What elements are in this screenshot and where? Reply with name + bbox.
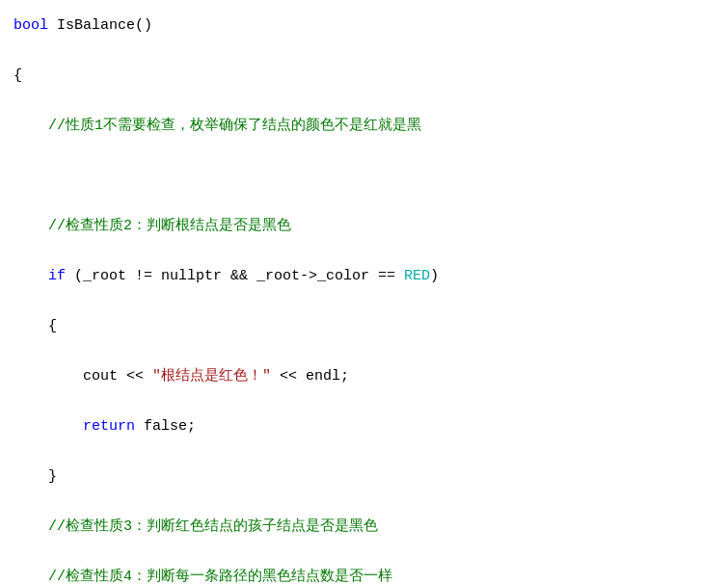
func-name: IsBalance xyxy=(57,17,135,34)
code-line: //检查性质3：判断红色结点的孩子结点是否是黑色 xyxy=(13,515,718,540)
code-line: if (_root != nullptr && _root->_color ==… xyxy=(13,264,718,289)
rparen: ) xyxy=(430,268,439,284)
code-line-empty xyxy=(13,164,718,189)
return-false: false; xyxy=(135,418,196,435)
keyword-if: if xyxy=(48,268,66,284)
brace-close-1: } xyxy=(48,468,57,485)
code-line: //性质1不需要检查，枚举确保了结点的颜色不是红就是黑 xyxy=(13,114,718,139)
brace-open: { xyxy=(13,67,22,84)
comment-2: //检查性质2：判断根结点是否是黑色 xyxy=(48,218,291,234)
code-line: //检查性质2：判断根结点是否是黑色 xyxy=(13,214,718,239)
keyword-return-1: return xyxy=(83,418,135,435)
endl-op: << endl; xyxy=(271,368,349,385)
comment-1: //性质1不需要检查，枚举确保了结点的颜色不是红就是黑 xyxy=(48,118,421,134)
brace-open-2: { xyxy=(48,318,57,334)
string-red-root: "根结点是红色！" xyxy=(152,368,271,385)
cout-call: cout xyxy=(83,368,118,385)
stream-op: << xyxy=(118,368,152,385)
comment-3: //检查性质3：判断红色结点的孩子结点是否是黑色 xyxy=(48,518,378,535)
code-line: { xyxy=(13,64,718,89)
if-cond: (_root != nullptr && _root->_color == xyxy=(66,268,404,284)
code-line: bool IsBalance() xyxy=(13,13,718,39)
code-line: return false; xyxy=(13,414,718,439)
paren: () xyxy=(135,17,152,34)
code-line: //检查性质4：判断每一条路径的黑色结点数是否一样 xyxy=(13,565,718,584)
code-container: bool IsBalance() { //性质1不需要检查，枚举确保了结点的颜色… xyxy=(0,0,728,584)
comment-4: //检查性质4：判断每一条路径的黑色结点数是否一样 xyxy=(48,569,392,584)
macro-red: RED xyxy=(404,268,430,284)
code-line: } xyxy=(13,465,718,490)
code-line: { xyxy=(13,314,718,339)
keyword-bool: bool xyxy=(13,17,57,34)
code-block: bool IsBalance() { //性质1不需要检查，枚举确保了结点的颜色… xyxy=(0,8,728,584)
code-line: cout << "根结点是红色！" << endl; xyxy=(13,364,718,389)
